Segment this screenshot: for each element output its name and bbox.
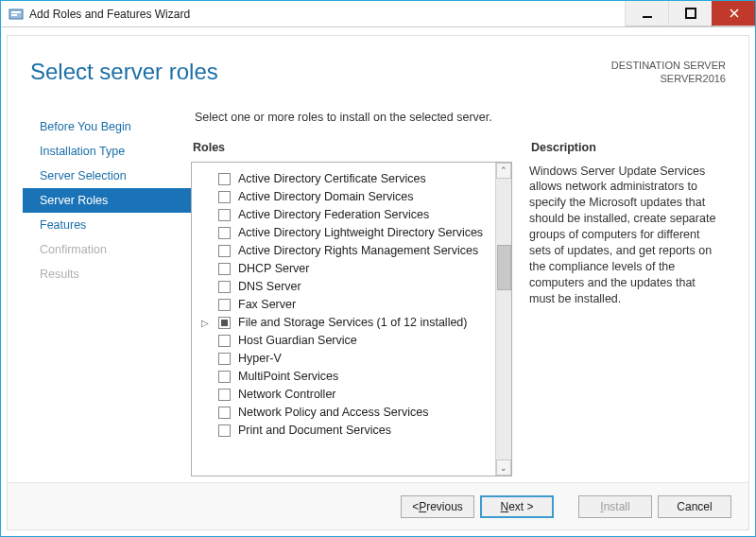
instruction-text: Select one or more roles to install on t…	[191, 111, 731, 124]
role-label: Host Guardian Service	[238, 334, 357, 347]
svg-rect-4	[686, 9, 696, 18]
svg-rect-3	[643, 16, 652, 18]
role-label: Active Directory Lightweight Directory S…	[238, 226, 483, 239]
role-item[interactable]: Fax Server	[201, 296, 486, 314]
page-title: Select server roles	[30, 59, 218, 85]
description-column: Description Windows Server Update Servic…	[529, 141, 731, 476]
description-header: Description	[529, 141, 731, 154]
checkbox-icon[interactable]	[218, 191, 231, 203]
role-label: Network Controller	[238, 388, 336, 401]
checkbox-icon[interactable]	[218, 173, 231, 185]
nav-features[interactable]: Features	[30, 213, 191, 237]
checkbox-icon[interactable]	[218, 263, 231, 275]
role-item[interactable]: Active Directory Certificate Services	[201, 170, 486, 188]
checkbox-icon[interactable]	[218, 371, 231, 383]
role-item[interactable]: Active Directory Federation Services	[201, 206, 486, 224]
previous-button[interactable]: < Previous	[401, 495, 474, 518]
checkbox-icon[interactable]	[218, 407, 231, 419]
wizard-window: Add Roles and Features Wizard Select ser…	[0, 0, 756, 537]
checkbox-icon[interactable]	[218, 335, 231, 347]
role-item[interactable]: Host Guardian Service	[201, 332, 486, 350]
titlebar-controls	[625, 1, 755, 26]
destination-name: SERVER2016	[611, 72, 726, 85]
nav-before-you-begin[interactable]: Before You Begin	[30, 114, 191, 139]
role-label: Active Directory Certificate Services	[238, 172, 426, 185]
role-label: Hyper-V	[238, 352, 282, 365]
role-label: DHCP Server	[238, 262, 309, 275]
nav-server-roles[interactable]: Server Roles	[23, 188, 191, 213]
close-button[interactable]	[712, 1, 755, 26]
role-label: Active Directory Federation Services	[238, 208, 429, 221]
role-item[interactable]: Active Directory Lightweight Directory S…	[201, 224, 486, 242]
description-text: Windows Server Update Services allows ne…	[529, 162, 723, 307]
checkbox-icon[interactable]	[218, 353, 231, 365]
role-label: Print and Document Services	[238, 424, 391, 437]
role-item[interactable]: ▷File and Storage Services (1 of 12 inst…	[201, 314, 486, 332]
roles-listbox[interactable]: Active Directory Certificate Services Ac…	[191, 162, 512, 476]
destination-label: DESTINATION SERVER	[611, 59, 726, 72]
svg-rect-1	[11, 11, 21, 13]
titlebar-left: Add Roles and Features Wizard	[1, 7, 625, 22]
role-item[interactable]: DHCP Server	[201, 260, 486, 278]
scroll-down-icon[interactable]: ⌄	[496, 459, 511, 476]
nav-results: Results	[30, 262, 191, 286]
role-label: File and Storage Services (1 of 12 insta…	[238, 316, 468, 329]
main-area: Select one or more roles to install on t…	[191, 111, 731, 476]
role-label: Fax Server	[238, 298, 296, 311]
checkbox-icon[interactable]	[218, 209, 231, 221]
roles-inner: Active Directory Certificate Services Ac…	[192, 163, 495, 476]
scroll-thumb[interactable]	[497, 245, 511, 290]
checkbox-icon[interactable]	[218, 389, 231, 401]
svg-rect-2	[11, 14, 17, 16]
checkbox-icon[interactable]	[218, 281, 231, 293]
client-area: Select server roles DESTINATION SERVER S…	[1, 27, 755, 536]
checkbox-icon[interactable]	[218, 424, 231, 437]
wizard-nav: Before You Begin Installation Type Serve…	[30, 111, 191, 476]
role-item[interactable]: Hyper-V	[201, 350, 486, 368]
install-button: Install	[578, 495, 652, 518]
titlebar[interactable]: Add Roles and Features Wizard	[1, 1, 755, 27]
role-label: Active Directory Domain Services	[238, 190, 413, 203]
cancel-button[interactable]: Cancel	[658, 495, 731, 518]
checkbox-icon[interactable]	[218, 227, 231, 239]
role-item[interactable]: Print and Document Services	[201, 422, 486, 440]
role-label: MultiPoint Services	[238, 370, 338, 383]
role-item[interactable]: Active Directory Rights Management Servi…	[201, 242, 486, 260]
scroll-up-icon[interactable]: ⌃	[496, 163, 511, 179]
destination-server: DESTINATION SERVER SERVER2016	[611, 59, 726, 86]
nav-confirmation: Confirmation	[30, 237, 191, 262]
nav-server-selection[interactable]: Server Selection	[30, 164, 191, 188]
body-row: Before You Begin Installation Type Serve…	[8, 92, 748, 482]
titlebar-title: Add Roles and Features Wizard	[29, 8, 190, 21]
roles-column: Roles Active Directory Certificate Servi…	[191, 141, 512, 476]
role-item[interactable]: Active Directory Domain Services	[201, 188, 486, 206]
scrollbar[interactable]: ⌃ ⌄	[495, 163, 511, 476]
next-button[interactable]: Next >	[480, 495, 554, 518]
minimize-button[interactable]	[625, 1, 668, 26]
role-label: DNS Server	[238, 280, 301, 293]
inner-panel: Select server roles DESTINATION SERVER S…	[7, 35, 749, 530]
footer: < Previous Next > Install Cancel	[8, 482, 748, 529]
roles-header: Roles	[191, 141, 512, 154]
expand-icon[interactable]: ▷	[201, 318, 211, 328]
checkbox-icon[interactable]	[218, 245, 231, 257]
role-item[interactable]: MultiPoint Services	[201, 368, 486, 386]
checkbox-icon[interactable]	[218, 299, 231, 311]
role-label: Network Policy and Access Services	[238, 406, 428, 419]
checkbox-indeterminate-icon[interactable]	[218, 317, 231, 329]
role-item[interactable]: Network Policy and Access Services	[201, 404, 486, 422]
app-icon	[9, 7, 24, 22]
nav-installation-type[interactable]: Installation Type	[30, 139, 191, 164]
scroll-track[interactable]	[496, 179, 511, 459]
header-row: Select server roles DESTINATION SERVER S…	[8, 36, 748, 92]
role-item[interactable]: Network Controller	[201, 386, 486, 404]
maximize-button[interactable]	[668, 1, 712, 26]
columns: Roles Active Directory Certificate Servi…	[191, 141, 731, 476]
role-label: Active Directory Rights Management Servi…	[238, 244, 478, 257]
role-item[interactable]: DNS Server	[201, 278, 486, 296]
